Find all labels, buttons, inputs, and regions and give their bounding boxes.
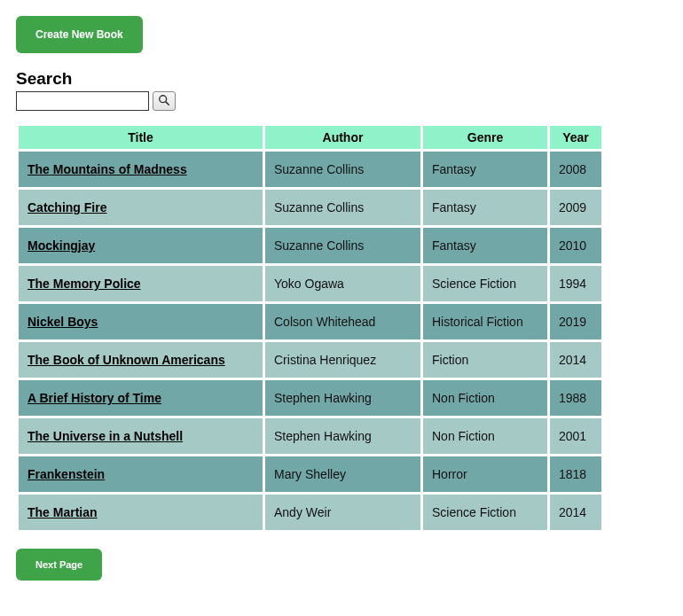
create-new-book-button[interactable]: Create New Book [16,16,143,53]
cell-year: 1988 [550,380,601,416]
table-row: MockingjaySuzanne CollinsFantasy2010 [19,228,601,263]
header-title: Title [19,126,263,149]
table-row: Nickel BoysColson WhiteheadHistorical Fi… [19,304,601,339]
cell-author: Cristina Henriquez [265,342,420,378]
table-row: The Mountains of MadnessSuzanne CollinsF… [19,152,601,187]
cell-author: Suzanne Collins [265,228,420,263]
search-icon [158,94,170,109]
next-page-button[interactable]: Next Page [16,549,102,581]
cell-genre: Fantasy [423,190,547,225]
header-author: Author [265,126,420,149]
cell-genre: Non Fiction [423,418,547,454]
cell-genre: Horror [423,456,547,492]
book-title-link[interactable]: A Brief History of Time [27,391,161,405]
cell-genre: Science Fiction [423,266,547,301]
cell-year: 2014 [550,342,601,378]
cell-author: Suzanne Collins [265,152,420,187]
table-row: The Universe in a NutshellStephen Hawkin… [19,418,601,454]
book-title-link[interactable]: Frankenstein [27,467,105,481]
header-year: Year [550,126,601,149]
cell-year: 2009 [550,190,601,225]
cell-year: 1994 [550,266,601,301]
cell-author: Colson Whitehead [265,304,420,339]
svg-line-1 [166,101,169,104]
cell-genre: Historical Fiction [423,304,547,339]
cell-author: Stephen Hawking [265,380,420,416]
book-title-link[interactable]: The Universe in a Nutshell [27,429,183,443]
cell-title: The Memory Police [19,266,263,301]
cell-title: Nickel Boys [19,304,263,339]
table-row: FrankensteinMary ShelleyHorror1818 [19,456,601,492]
cell-author: Yoko Ogawa [265,266,420,301]
book-title-link[interactable]: The Martian [27,505,98,519]
cell-title: The Universe in a Nutshell [19,418,263,454]
cell-title: The Martian [19,495,263,530]
cell-year: 2001 [550,418,601,454]
cell-title: Catching Fire [19,190,263,225]
books-table: Title Author Genre Year The Mountains of… [16,123,604,533]
cell-genre: Fantasy [423,228,547,263]
cell-year: 1818 [550,456,601,492]
cell-genre: Science Fiction [423,495,547,530]
cell-author: Andy Weir [265,495,420,530]
cell-author: Suzanne Collins [265,190,420,225]
search-label: Search [16,69,667,89]
cell-genre: Non Fiction [423,380,547,416]
table-row: The Memory PoliceYoko OgawaScience Ficti… [19,266,601,301]
table-row: Catching FireSuzanne CollinsFantasy2009 [19,190,601,225]
cell-year: 2008 [550,152,601,187]
book-title-link[interactable]: Mockingjay [27,238,95,253]
cell-title: The Mountains of Madness [19,152,263,187]
cell-title: The Book of Unknown Americans [19,342,263,378]
cell-title: A Brief History of Time [19,380,263,416]
book-title-link[interactable]: Catching Fire [27,200,106,214]
cell-year: 2010 [550,228,601,263]
cell-year: 2019 [550,304,601,339]
cell-title: Frankenstein [19,456,263,492]
search-input[interactable] [16,91,149,111]
book-title-link[interactable]: The Book of Unknown Americans [27,353,225,367]
table-row: The MartianAndy WeirScience Fiction2014 [19,495,601,530]
cell-genre: Fantasy [423,152,547,187]
search-button[interactable] [153,91,176,111]
cell-author: Stephen Hawking [265,418,420,454]
book-title-link[interactable]: The Mountains of Madness [27,162,187,176]
header-genre: Genre [423,126,547,149]
cell-year: 2014 [550,495,601,530]
book-title-link[interactable]: The Memory Police [27,277,141,291]
book-title-link[interactable]: Nickel Boys [27,315,98,329]
table-row: A Brief History of TimeStephen HawkingNo… [19,380,601,416]
cell-genre: Fiction [423,342,547,378]
table-row: The Book of Unknown AmericansCristina He… [19,342,601,378]
cell-title: Mockingjay [19,228,263,263]
cell-author: Mary Shelley [265,456,420,492]
